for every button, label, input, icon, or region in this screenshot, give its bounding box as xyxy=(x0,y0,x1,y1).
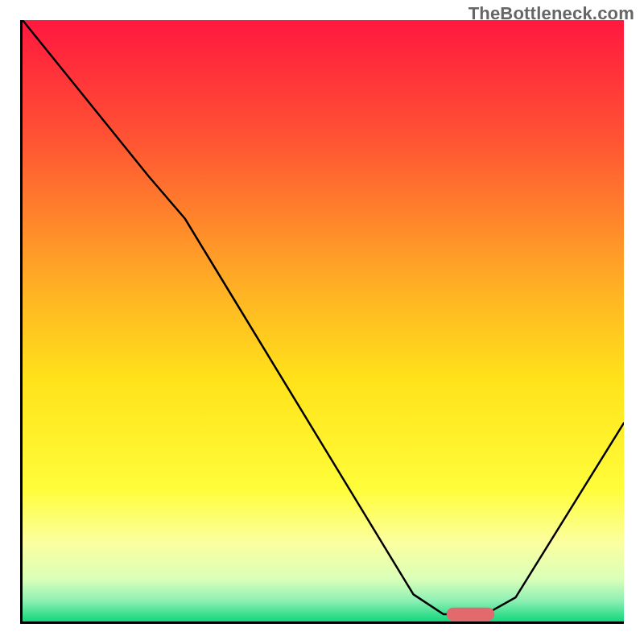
chart-container: TheBottleneck.com xyxy=(0,0,644,644)
plot-area xyxy=(23,20,624,621)
svg-rect-1 xyxy=(447,608,495,621)
optimal-pill xyxy=(23,20,624,621)
